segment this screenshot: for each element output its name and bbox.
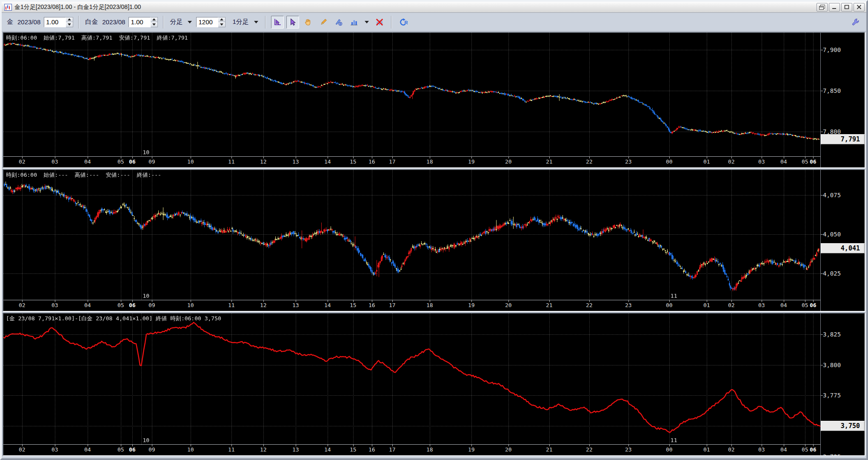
float-window-button[interactable]	[817, 3, 828, 12]
platinum-time-axis: 0203040506091011121314151617181920212223…	[3, 300, 820, 311]
bars-dropdown-icon[interactable]	[188, 21, 192, 23]
draw-pen-tool[interactable]	[332, 16, 345, 29]
x-axis-label: 04	[84, 446, 91, 453]
x-axis-label: 05	[117, 158, 124, 165]
x-axis-label: 14	[324, 302, 331, 308]
spread-line-canvas[interactable]	[3, 313, 820, 444]
x-axis-label: 00	[666, 158, 673, 165]
maximize-button[interactable]	[841, 3, 852, 12]
bars-label[interactable]: 分足	[169, 18, 183, 26]
select-arrow-tool[interactable]	[286, 16, 299, 29]
platinum-ohlc-readout: 時刻:06:00 始値:--- 高値:--- 安値:--- 終値:---	[6, 171, 161, 179]
minimize-icon	[832, 5, 837, 9]
settings-wrench-tool[interactable]	[849, 16, 862, 29]
platinum-multiplier-spinner	[128, 17, 158, 27]
clear-chart-icon	[375, 18, 384, 26]
settings-wrench-icon	[851, 18, 860, 26]
toolbar-separator	[265, 16, 266, 29]
platinum-plot-area: 時刻:06:00 始値:--- 高値:--- 安値:--- 終値:---	[3, 170, 820, 300]
x-axis-label: 00	[666, 302, 673, 308]
x-axis-label: 03	[758, 302, 765, 308]
toolbar-separator	[163, 16, 164, 29]
chart-cursor-icon	[273, 18, 282, 26]
x-axis-label: 15	[350, 446, 357, 453]
x-axis-label: 11	[228, 302, 235, 308]
bar-chart-tool[interactable]	[348, 16, 360, 29]
gold-month-label[interactable]: 2023/08	[17, 18, 41, 26]
x-axis-label: 16	[368, 302, 375, 308]
gold-multiplier-up-button[interactable]	[66, 17, 73, 22]
x-axis-label: 02	[19, 302, 26, 308]
x-axis-label: 03	[51, 302, 58, 308]
platinum-candlestick-canvas[interactable]	[3, 170, 820, 300]
minimize-button[interactable]	[829, 3, 840, 12]
platinum-label: 白金	[84, 18, 99, 26]
x-axis-label: 19	[468, 158, 475, 165]
y-axis-label: 4,025	[823, 270, 841, 277]
last-price-box: 7,791	[821, 134, 865, 144]
x-axis-label: 12	[260, 302, 267, 308]
platinum-multiplier-input[interactable]	[128, 17, 151, 27]
bar-chart-dropdown-icon[interactable]	[365, 21, 369, 23]
draw-pencil-tool[interactable]	[317, 16, 330, 29]
reload-cr-tool[interactable]: R	[397, 16, 410, 29]
title-bar: 金1分足[2023/08]1.00 - 白金1分足[2023/08]1.00	[2, 2, 866, 13]
x-axis-label: 17	[389, 302, 396, 308]
bar-chart-icon	[350, 18, 358, 26]
x-axis-label: 21	[546, 158, 553, 165]
gold-plot-area: 時刻:06:00 始値:7,791 高値:7,791 安値:7,791 終値:7…	[3, 33, 820, 156]
chart-cursor-tool[interactable]	[271, 16, 284, 29]
x-axis-label: 18	[426, 158, 433, 165]
gold-ohlc-readout: 時刻:06:00 始値:7,791 高値:7,791 安値:7,791 終値:7…	[6, 34, 188, 42]
draw-pen-icon	[334, 18, 343, 26]
x-axis-label: 00	[666, 446, 673, 453]
y-axis-label: 3,775	[823, 392, 841, 399]
gold-multiplier-input[interactable]	[44, 17, 66, 27]
platinum-multiplier-up-button[interactable]	[151, 17, 157, 22]
pan-hand-tool[interactable]	[302, 16, 314, 29]
bars-count-down-button[interactable]	[218, 22, 225, 27]
spread-chart-panel: [金 23/08 7,791×1.00]-[白金 23/08 4,041×1.0…	[3, 313, 865, 456]
x-axis-label: 04	[84, 302, 91, 308]
close-button[interactable]	[854, 3, 865, 12]
app-window: 金1分足[2023/08]1.00 - 白金1分足[2023/08]1.00 金…	[0, 0, 868, 460]
gold-multiplier-down-button[interactable]	[66, 22, 73, 27]
x-axis-label: 10	[187, 446, 194, 453]
interval-label[interactable]: 1分足	[231, 18, 249, 26]
x-axis-label: 05	[802, 446, 808, 453]
y-axis-label: 3,800	[823, 362, 841, 368]
bars-count-spinner	[196, 17, 226, 27]
x-axis-label: 21	[546, 446, 553, 453]
x-axis-label: 13	[292, 302, 299, 308]
x-axis-label: 22	[586, 158, 593, 165]
last-price-box: 4,041	[821, 243, 865, 253]
x-axis-label: 05	[802, 158, 808, 165]
app-icon	[4, 4, 12, 11]
y-axis-label: 3,725	[823, 453, 841, 455]
gold-candlestick-canvas[interactable]	[3, 33, 820, 156]
spin-up-icon	[152, 18, 156, 20]
x-axis-label: 22	[586, 446, 593, 453]
platinum-multiplier-down-button[interactable]	[151, 22, 157, 27]
chart-stack: 時刻:06:00 始値:7,791 高値:7,791 安値:7,791 終値:7…	[2, 32, 866, 458]
clear-chart-tool[interactable]	[373, 16, 386, 29]
bars-count-up-button[interactable]	[218, 17, 225, 22]
x-axis-label: 06	[129, 158, 136, 165]
bars-count-input[interactable]	[196, 17, 218, 27]
x-axis-label: 06	[129, 446, 136, 453]
platinum-price-axis: 4,0754,0504,0254,041	[820, 170, 865, 311]
x-axis-label: 18	[426, 446, 433, 453]
x-axis-label: 02	[728, 158, 735, 165]
x-axis-label: 09	[148, 158, 155, 165]
x-axis-label: 04	[780, 158, 787, 165]
float-window-icon	[819, 5, 825, 10]
x-axis-label: 05	[802, 302, 808, 308]
platinum-chart-panel: 時刻:06:00 始値:--- 高値:--- 安値:--- 終値:--- 020…	[3, 169, 865, 312]
x-axis-label: 11	[228, 158, 235, 165]
x-axis-label: 10	[187, 302, 194, 308]
spread-formula-readout: [金 23/08 7,791×1.00]-[白金 23/08 4,041×1.0…	[6, 315, 221, 322]
interval-dropdown-icon[interactable]	[254, 21, 258, 23]
close-icon	[857, 5, 862, 9]
spin-down-icon	[152, 23, 156, 26]
platinum-month-label[interactable]: 2023/08	[101, 18, 126, 26]
